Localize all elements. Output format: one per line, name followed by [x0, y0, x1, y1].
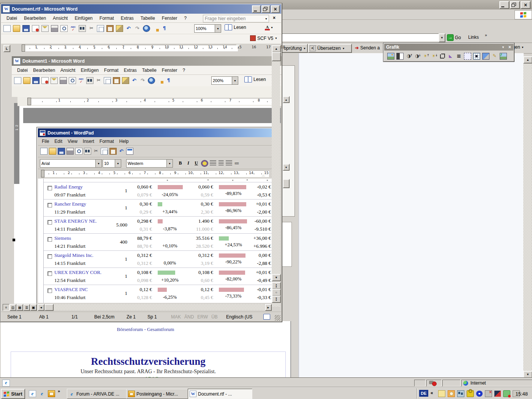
- mail-icon[interactable]: [41, 25, 49, 32]
- security-link[interactable]: Radial Energy: [54, 184, 83, 190]
- view-normal-button[interactable]: ≡: [3, 304, 10, 311]
- word-menu-item[interactable]: Einfügen: [74, 16, 92, 21]
- browser-scroll-up-icon[interactable]: ▲: [523, 56, 532, 63]
- messenger-icon[interactable]: [503, 390, 510, 397]
- format-painter-icon[interactable]: [122, 77, 129, 84]
- row-checkbox[interactable]: [48, 271, 52, 276]
- taskbar-button[interactable]: Posteingang - Micr...: [126, 389, 190, 399]
- row-checkbox[interactable]: [48, 220, 52, 225]
- mail-icon[interactable]: [438, 390, 445, 397]
- bullets-icon[interactable]: [234, 160, 240, 166]
- pencil-icon[interactable]: [491, 53, 498, 59]
- tab-selector[interactable]: L: [3, 45, 10, 52]
- preview-icon[interactable]: [60, 25, 68, 32]
- open-icon[interactable]: [13, 25, 20, 32]
- view-reading-button[interactable]: ▣: [30, 304, 37, 311]
- wordpad-menu-item[interactable]: Format: [100, 139, 114, 144]
- word-menu-item[interactable]: Format: [100, 16, 114, 21]
- zoom-combo[interactable]: 100%▼: [194, 24, 221, 33]
- row-checkbox[interactable]: [48, 186, 52, 190]
- hscroll-track[interactable]: [54, 304, 264, 310]
- wordpad-menu-item[interactable]: Help: [119, 139, 129, 144]
- outlook-icon[interactable]: [48, 390, 55, 397]
- inner-word-menu-item[interactable]: ?: [183, 68, 185, 73]
- panel-scroll-down-icon[interactable]: ▼: [283, 164, 290, 171]
- brightness-up-icon[interactable]: [422, 53, 429, 59]
- security-link[interactable]: Stargold Mines Inc.: [54, 252, 93, 258]
- security-link[interactable]: Siemens: [54, 235, 71, 241]
- color-icon[interactable]: [201, 160, 208, 167]
- inner-word-menu-item[interactable]: Extras: [124, 68, 137, 73]
- status-mode[interactable]: ÜB: [211, 314, 218, 320]
- paste-icon[interactable]: [113, 77, 120, 84]
- new-icon[interactable]: [14, 77, 21, 84]
- security-link[interactable]: Rancher Energy: [54, 201, 86, 207]
- paste-icon[interactable]: [109, 148, 117, 155]
- hyperlink-icon[interactable]: [143, 25, 150, 32]
- address-dropdown-button[interactable]: ▼: [439, 33, 445, 42]
- word-menu-item[interactable]: Ansicht: [53, 16, 68, 21]
- copy-icon[interactable]: [97, 25, 104, 32]
- selection-handle[interactable]: [13, 239, 15, 241]
- tables-borders-icon[interactable]: [157, 78, 163, 84]
- ie-close-button[interactable]: [521, 1, 530, 9]
- grafik-dropdown-icon[interactable]: ▼: [500, 46, 506, 49]
- hscroll-thumb[interactable]: [44, 304, 54, 311]
- view-printlayout-button[interactable]: ▤: [16, 304, 23, 311]
- panel-scroll-thumb[interactable]: [283, 179, 290, 188]
- inner-word-ruler[interactable]: 12345678: [17, 97, 282, 106]
- hyperlink-icon[interactable]: [148, 77, 155, 84]
- grafik-titlebar[interactable]: Grafik ▼ ×: [384, 44, 513, 51]
- status-mode[interactable]: MAK: [171, 314, 181, 320]
- word-menu-item[interactable]: Bearbeiten: [24, 16, 46, 21]
- word-menu-item[interactable]: Tabelle: [141, 16, 155, 21]
- security-link[interactable]: UREX ENERGY COR.: [54, 269, 101, 276]
- crop-icon[interactable]: [439, 53, 445, 59]
- line-style-icon[interactable]: [456, 53, 462, 59]
- word-menu-item[interactable]: ?: [184, 16, 187, 21]
- lesen-button[interactable]: Lesen: [225, 24, 246, 30]
- open-icon[interactable]: [49, 148, 56, 155]
- status-mode[interactable]: ERW: [197, 314, 208, 320]
- open-icon[interactable]: [23, 77, 30, 84]
- new-icon[interactable]: [40, 148, 48, 155]
- ask-dropdown-icon[interactable]: ▼: [265, 17, 269, 20]
- status-spellbook-icon[interactable]: [263, 314, 270, 320]
- copy-icon[interactable]: [101, 148, 108, 155]
- ie-restore-button[interactable]: [510, 1, 520, 9]
- browse-next-icon[interactable]: ▼▼: [272, 296, 281, 303]
- word-menu-item[interactable]: Fenster: [162, 16, 177, 21]
- mail-icon[interactable]: [51, 77, 58, 84]
- italic-icon[interactable]: [185, 160, 192, 166]
- row-checkbox[interactable]: [48, 237, 52, 242]
- rotate-left-icon[interactable]: [447, 53, 454, 59]
- inner-word-menu-item[interactable]: Bearbeiten: [33, 68, 55, 73]
- wordpad-menu-item[interactable]: File: [42, 139, 49, 144]
- cut-icon[interactable]: [93, 148, 99, 154]
- wordpad-indent-marker[interactable]: [41, 170, 44, 177]
- print-icon[interactable]: [66, 148, 74, 155]
- language-indicator[interactable]: DE: [419, 390, 428, 397]
- bold-icon[interactable]: [177, 160, 184, 166]
- ie-minimize-button[interactable]: [499, 1, 509, 9]
- browser-scroll-down-icon[interactable]: ▼: [523, 371, 532, 378]
- charset-combo[interactable]: Western▼: [126, 159, 173, 168]
- new-icon[interactable]: [3, 25, 11, 32]
- inner-zoom-combo[interactable]: 200%▼: [211, 76, 238, 85]
- lock-icon[interactable]: [467, 390, 474, 397]
- inner-word-menu-item[interactable]: Datei: [17, 68, 28, 73]
- inner-word-menu-item[interactable]: Format: [104, 68, 119, 73]
- spell-icon[interactable]: [70, 25, 76, 32]
- links-chevron-icon[interactable]: »: [485, 33, 487, 37]
- redo-icon[interactable]: [139, 78, 146, 84]
- cut-icon[interactable]: [88, 25, 95, 32]
- save-icon[interactable]: [58, 148, 65, 155]
- row-checkbox[interactable]: [48, 288, 52, 293]
- word-scroll-up-icon[interactable]: ▲: [272, 45, 281, 52]
- row-checkbox[interactable]: [48, 254, 52, 259]
- tables-borders-icon[interactable]: [152, 25, 159, 32]
- forum-breadcrumb[interactable]: Börsenforum - Gesamtforum: [1, 326, 290, 332]
- graphics-icon[interactable]: [494, 391, 501, 397]
- network-icon[interactable]: [457, 390, 464, 397]
- copy-icon[interactable]: [104, 77, 111, 84]
